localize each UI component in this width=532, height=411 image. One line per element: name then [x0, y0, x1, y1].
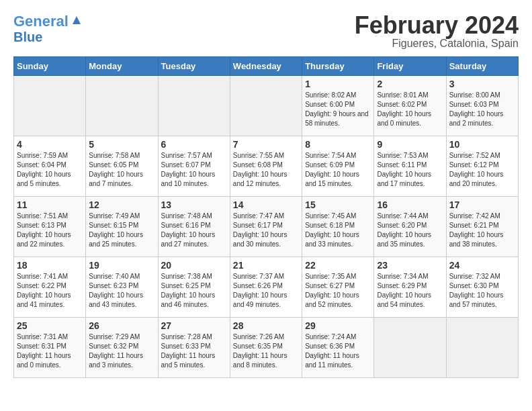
day-number: 6 — [161, 139, 227, 150]
day-cell: 17Sunrise: 7:42 AM Sunset: 6:21 PM Dayli… — [446, 197, 518, 257]
day-number: 20 — [161, 260, 227, 271]
day-cell: 1Sunrise: 8:02 AM Sunset: 6:00 PM Daylig… — [302, 76, 374, 136]
page-header: General Blue February 2024 Figueres, Cat… — [13, 13, 519, 50]
day-info: Sunrise: 7:52 AM Sunset: 6:12 PM Dayligh… — [449, 151, 515, 189]
logo-bird-icon — [70, 15, 82, 27]
day-cell: 4Sunrise: 7:59 AM Sunset: 6:04 PM Daylig… — [14, 136, 86, 197]
day-number: 14 — [233, 199, 299, 210]
day-cell — [374, 318, 446, 378]
day-cell — [230, 76, 302, 136]
day-number: 9 — [377, 139, 443, 150]
day-number: 2 — [377, 79, 443, 89]
day-cell: 26Sunrise: 7:29 AM Sunset: 6:32 PM Dayli… — [86, 318, 158, 378]
col-header-tuesday: Tuesday — [158, 57, 230, 76]
day-cell: 14Sunrise: 7:47 AM Sunset: 6:17 PM Dayli… — [230, 197, 302, 257]
day-cell: 13Sunrise: 7:48 AM Sunset: 6:16 PM Dayli… — [158, 197, 230, 257]
day-cell: 6Sunrise: 7:57 AM Sunset: 6:07 PM Daylig… — [158, 136, 230, 197]
day-cell — [446, 318, 518, 378]
day-info: Sunrise: 7:37 AM Sunset: 6:26 PM Dayligh… — [233, 272, 299, 310]
day-number: 22 — [305, 260, 371, 271]
week-row-3: 11Sunrise: 7:51 AM Sunset: 6:13 PM Dayli… — [14, 197, 519, 257]
day-number: 21 — [233, 260, 299, 271]
day-number: 4 — [17, 139, 83, 150]
day-cell: 21Sunrise: 7:37 AM Sunset: 6:26 PM Dayli… — [230, 257, 302, 318]
day-cell: 18Sunrise: 7:41 AM Sunset: 6:22 PM Dayli… — [14, 257, 86, 318]
logo: General Blue — [13, 13, 82, 44]
week-row-1: 1Sunrise: 8:02 AM Sunset: 6:00 PM Daylig… — [14, 76, 519, 136]
day-info: Sunrise: 7:51 AM Sunset: 6:13 PM Dayligh… — [17, 212, 83, 249]
day-cell: 28Sunrise: 7:26 AM Sunset: 6:35 PM Dayli… — [230, 318, 302, 378]
day-number: 7 — [233, 139, 299, 150]
day-number: 29 — [305, 320, 371, 331]
day-number: 3 — [449, 79, 515, 89]
calendar-table: SundayMondayTuesdayWednesdayThursdayFrid… — [13, 56, 519, 378]
day-info: Sunrise: 7:49 AM Sunset: 6:15 PM Dayligh… — [89, 212, 154, 249]
day-info: Sunrise: 7:40 AM Sunset: 6:23 PM Dayligh… — [89, 272, 154, 310]
day-info: Sunrise: 7:26 AM Sunset: 6:35 PM Dayligh… — [233, 332, 299, 370]
day-number: 17 — [449, 199, 515, 210]
calendar-title: February 2024 — [355, 13, 519, 38]
week-row-5: 25Sunrise: 7:31 AM Sunset: 6:31 PM Dayli… — [14, 318, 519, 378]
day-cell: 20Sunrise: 7:38 AM Sunset: 6:25 PM Dayli… — [158, 257, 230, 318]
col-header-saturday: Saturday — [446, 57, 518, 76]
day-number: 10 — [449, 139, 515, 150]
day-cell: 23Sunrise: 7:34 AM Sunset: 6:29 PM Dayli… — [374, 257, 446, 318]
day-number: 16 — [377, 199, 443, 210]
day-info: Sunrise: 7:48 AM Sunset: 6:16 PM Dayligh… — [161, 212, 227, 249]
day-info: Sunrise: 7:24 AM Sunset: 6:36 PM Dayligh… — [305, 332, 371, 370]
title-block: February 2024 Figueres, Catalonia, Spain — [355, 13, 519, 50]
day-cell — [14, 76, 86, 136]
day-cell: 25Sunrise: 7:31 AM Sunset: 6:31 PM Dayli… — [14, 318, 86, 378]
day-cell: 5Sunrise: 7:58 AM Sunset: 6:05 PM Daylig… — [86, 136, 158, 197]
day-info: Sunrise: 7:34 AM Sunset: 6:29 PM Dayligh… — [377, 272, 443, 310]
day-info: Sunrise: 7:29 AM Sunset: 6:32 PM Dayligh… — [89, 332, 154, 370]
day-cell: 11Sunrise: 7:51 AM Sunset: 6:13 PM Dayli… — [14, 197, 86, 257]
day-info: Sunrise: 7:53 AM Sunset: 6:11 PM Dayligh… — [377, 151, 443, 189]
day-info: Sunrise: 7:55 AM Sunset: 6:08 PM Dayligh… — [233, 151, 299, 189]
day-info: Sunrise: 7:31 AM Sunset: 6:31 PM Dayligh… — [17, 332, 83, 370]
day-info: Sunrise: 7:44 AM Sunset: 6:20 PM Dayligh… — [377, 212, 443, 249]
day-cell: 16Sunrise: 7:44 AM Sunset: 6:20 PM Dayli… — [374, 197, 446, 257]
day-number: 11 — [17, 199, 83, 210]
day-info: Sunrise: 8:02 AM Sunset: 6:00 PM Dayligh… — [305, 91, 371, 128]
day-number: 23 — [377, 260, 443, 271]
day-cell — [86, 76, 158, 136]
day-cell: 2Sunrise: 8:01 AM Sunset: 6:02 PM Daylig… — [374, 76, 446, 136]
day-cell: 12Sunrise: 7:49 AM Sunset: 6:15 PM Dayli… — [86, 197, 158, 257]
day-info: Sunrise: 7:41 AM Sunset: 6:22 PM Dayligh… — [17, 272, 83, 310]
day-number: 27 — [161, 320, 227, 331]
day-cell — [158, 76, 230, 136]
day-info: Sunrise: 7:54 AM Sunset: 6:09 PM Dayligh… — [305, 151, 371, 189]
day-cell: 27Sunrise: 7:28 AM Sunset: 6:33 PM Dayli… — [158, 318, 230, 378]
logo-blue-text: Blue — [13, 30, 42, 44]
day-number: 12 — [89, 199, 154, 210]
day-info: Sunrise: 7:59 AM Sunset: 6:04 PM Dayligh… — [17, 151, 83, 189]
day-cell: 3Sunrise: 8:00 AM Sunset: 6:03 PM Daylig… — [446, 76, 518, 136]
day-cell: 9Sunrise: 7:53 AM Sunset: 6:11 PM Daylig… — [374, 136, 446, 197]
day-info: Sunrise: 7:58 AM Sunset: 6:05 PM Dayligh… — [89, 151, 154, 189]
day-number: 1 — [305, 79, 371, 89]
day-number: 8 — [305, 139, 371, 150]
day-number: 25 — [17, 320, 83, 331]
day-info: Sunrise: 7:45 AM Sunset: 6:18 PM Dayligh… — [305, 212, 371, 249]
day-info: Sunrise: 8:01 AM Sunset: 6:02 PM Dayligh… — [377, 91, 443, 128]
col-header-monday: Monday — [86, 57, 158, 76]
day-info: Sunrise: 7:47 AM Sunset: 6:17 PM Dayligh… — [233, 212, 299, 249]
day-cell: 8Sunrise: 7:54 AM Sunset: 6:09 PM Daylig… — [302, 136, 374, 197]
week-row-2: 4Sunrise: 7:59 AM Sunset: 6:04 PM Daylig… — [14, 136, 519, 197]
col-header-thursday: Thursday — [302, 57, 374, 76]
day-cell: 7Sunrise: 7:55 AM Sunset: 6:08 PM Daylig… — [230, 136, 302, 197]
day-cell: 29Sunrise: 7:24 AM Sunset: 6:36 PM Dayli… — [302, 318, 374, 378]
day-number: 13 — [161, 199, 227, 210]
day-info: Sunrise: 7:35 AM Sunset: 6:27 PM Dayligh… — [305, 272, 371, 310]
day-info: Sunrise: 7:57 AM Sunset: 6:07 PM Dayligh… — [161, 151, 227, 189]
day-number: 19 — [89, 260, 154, 271]
col-header-wednesday: Wednesday — [230, 57, 302, 76]
week-row-4: 18Sunrise: 7:41 AM Sunset: 6:22 PM Dayli… — [14, 257, 519, 318]
day-number: 15 — [305, 199, 371, 210]
svg-marker-0 — [73, 16, 81, 24]
day-number: 5 — [89, 139, 154, 150]
day-number: 26 — [89, 320, 154, 331]
day-info: Sunrise: 7:28 AM Sunset: 6:33 PM Dayligh… — [161, 332, 227, 370]
col-header-friday: Friday — [374, 57, 446, 76]
